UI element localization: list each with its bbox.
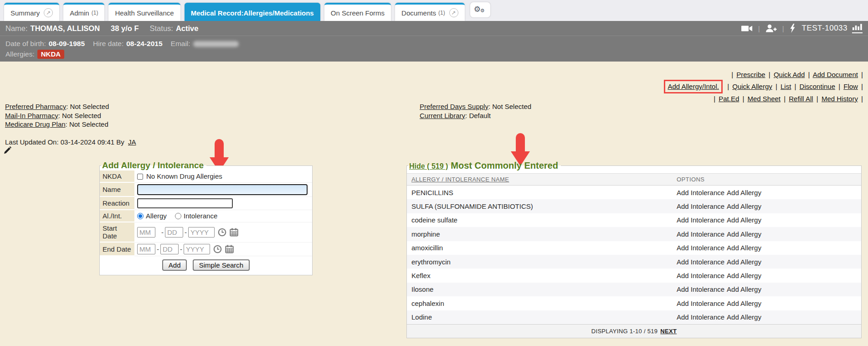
add-allergy-link[interactable]: Add Allergy: [727, 216, 761, 224]
main-content: | Prescribe | Quick Add | Add Document |…: [0, 62, 868, 346]
refill-all-link[interactable]: Refill All: [789, 95, 813, 103]
form-buttons-row: Add Simple Search: [100, 256, 312, 273]
start-month-input[interactable]: [137, 227, 155, 238]
tab-admin[interactable]: Admin (1): [63, 3, 104, 21]
next-page-link[interactable]: NEXT: [660, 328, 677, 335]
tab-on-screen-forms[interactable]: On Screen Forms: [324, 3, 391, 21]
popout-icon[interactable]: ↗: [44, 8, 53, 17]
info-row: Preferred Days Supply: Not Selected: [420, 102, 531, 111]
clock-icon[interactable]: [218, 228, 226, 237]
simple-search-button[interactable]: Simple Search: [193, 259, 250, 271]
table-row: Lodine Add IntoleranceAdd Allergy: [407, 310, 861, 324]
settings-gear-button[interactable]: ⚙ ⚙: [470, 2, 491, 18]
allergy-name: morphine: [411, 230, 440, 238]
add-intolerance-link[interactable]: Add Intolerance: [677, 285, 724, 293]
intolerance-radio[interactable]: [175, 213, 181, 219]
add-person-icon[interactable]: [765, 24, 777, 32]
separator: |: [776, 83, 777, 90]
last-updated: Last Updated On: 03-14-2024 09:41 By JA: [5, 138, 136, 146]
add-allergy-link[interactable]: Add Allergy: [727, 313, 761, 321]
end-month-input[interactable]: [137, 244, 155, 254]
list-link[interactable]: List: [781, 83, 791, 90]
add-intolerance-link[interactable]: Add Intolerance: [677, 189, 724, 196]
add-allergy-link[interactable]: Add Allergy: [727, 202, 761, 210]
add-intolerance-link[interactable]: Add Intolerance: [677, 230, 724, 238]
add-intolerance-link[interactable]: Add Intolerance: [677, 202, 724, 210]
tab-documents[interactable]: Documents (1) ↗: [395, 3, 465, 21]
allergy-name-input[interactable]: [137, 184, 308, 195]
add-intolerance-link[interactable]: Add Intolerance: [677, 272, 724, 279]
calendar-icon[interactable]: [230, 228, 238, 237]
quick-allergy-link[interactable]: Quick Allergy: [732, 83, 772, 90]
start-day-input[interactable]: [165, 227, 183, 238]
preferred-days-supply-link[interactable]: Preferred Days Supply: [420, 103, 488, 110]
calendar-icon[interactable]: [225, 245, 234, 253]
medicare-drug-plan-link[interactable]: Medicare Drug Plan: [5, 120, 66, 128]
separator: |: [817, 95, 818, 103]
patient-demographics-bar: Date of birth: 08-09-1985 Hire date: 08-…: [0, 36, 868, 62]
med-sheet-link[interactable]: Med Sheet: [747, 95, 781, 103]
toolbar-separator: |: [758, 25, 760, 32]
add-allergy-link[interactable]: Add Allergy: [727, 230, 761, 238]
flow-link[interactable]: Flow: [843, 83, 858, 90]
med-history-link[interactable]: Med History: [822, 95, 858, 103]
current-library-link[interactable]: Current Library: [420, 112, 465, 119]
add-allergy-link[interactable]: Add Allergy: [727, 189, 761, 196]
reaction-input[interactable]: [137, 198, 233, 208]
lightning-bolt-icon[interactable]: [790, 24, 796, 33]
popout-icon[interactable]: ↗: [449, 8, 458, 17]
pharmacy-info: Preferred Pharmacy: Not Selected Mail-In…: [5, 102, 109, 129]
end-year-input[interactable]: [184, 244, 210, 254]
add-document-link[interactable]: Add Document: [813, 71, 858, 78]
allergies-label: Allergies:: [5, 50, 35, 58]
quick-add-link[interactable]: Quick Add: [774, 71, 805, 78]
add-allergy-form: Add Allergy / Intolerance NKDA No Known …: [99, 160, 313, 275]
add-allergy-link[interactable]: Add Allergy: [727, 300, 761, 307]
tab-bar: Summary ↗ Admin (1) Health Surveillance …: [0, 0, 868, 21]
hide-count-link[interactable]: Hide ( 519 ): [409, 162, 448, 170]
add-button[interactable]: Add: [162, 259, 187, 271]
colon: :: [66, 120, 67, 128]
add-intolerance-link[interactable]: Add Intolerance: [677, 300, 724, 307]
updated-by-link[interactable]: JA: [128, 138, 136, 146]
tab-medical-record-allergies-medications[interactable]: Medical Record:Allergies/Medications: [185, 3, 320, 21]
start-year-input[interactable]: [188, 227, 215, 238]
table-header-row: ALLERGY / INTOLERANCE NAME OPTIONS: [407, 173, 861, 186]
tab-health-surveillance[interactable]: Health Surveillance: [108, 3, 180, 21]
add-allergy-intol-link[interactable]: Add Allergy/Intol.: [668, 83, 719, 90]
info-row: Medicare Drug Plan: Not Selected: [5, 120, 109, 129]
prescribe-link[interactable]: Prescribe: [736, 71, 765, 78]
reaction-row: Reaction: [100, 196, 312, 210]
info-value: Not Selected: [70, 103, 109, 110]
dob-value: 08-09-1985: [49, 40, 85, 48]
discontinue-link[interactable]: Discontinue: [800, 83, 835, 90]
edit-pencil-icon[interactable]: [4, 146, 11, 156]
add-allergy-link[interactable]: Add Allergy: [727, 258, 761, 266]
mail-in-pharmacy-link[interactable]: Mail-In Pharmacy: [5, 112, 58, 119]
redacted-email: [193, 41, 239, 47]
chart-icon[interactable]: [852, 23, 863, 33]
tab-summary[interactable]: Summary ↗: [4, 3, 59, 21]
nkda-checkbox[interactable]: [137, 174, 143, 180]
info-row: Current Library: Default: [420, 111, 531, 120]
add-allergy-link[interactable]: Add Allergy: [727, 244, 761, 252]
add-intolerance-link[interactable]: Add Intolerance: [677, 313, 724, 321]
column-header-allergy-name[interactable]: ALLERGY / INTOLERANCE NAME: [411, 176, 509, 183]
separator: |: [714, 95, 715, 103]
video-camera-icon[interactable]: [741, 25, 753, 32]
add-intolerance-link[interactable]: Add Intolerance: [677, 244, 724, 252]
allergy-name: PENICILLINS: [411, 189, 453, 196]
email-label: Email:: [171, 40, 190, 48]
clock-icon[interactable]: [213, 245, 222, 253]
end-day-input[interactable]: [160, 244, 179, 254]
add-allergy-link[interactable]: Add Allergy: [727, 285, 761, 293]
tab-count: (1): [438, 10, 445, 16]
preferred-pharmacy-link[interactable]: Preferred Pharmacy: [5, 103, 66, 110]
pat-ed-link[interactable]: Pat.Ed: [719, 95, 739, 103]
start-date-row: Start Date |- -: [100, 222, 312, 242]
separator: |: [727, 83, 729, 90]
add-allergy-link[interactable]: Add Allergy: [727, 272, 761, 279]
allergy-radio[interactable]: [137, 213, 144, 219]
add-intolerance-link[interactable]: Add Intolerance: [677, 216, 724, 224]
add-intolerance-link[interactable]: Add Intolerance: [677, 258, 724, 266]
